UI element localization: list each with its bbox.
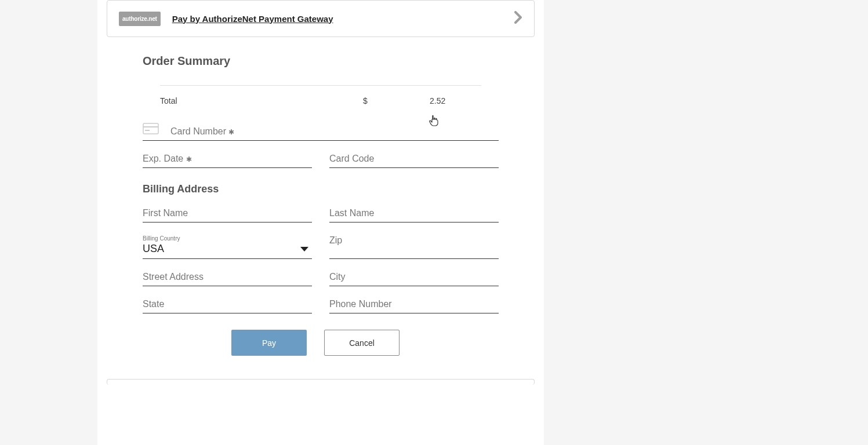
payment-gateway-panel[interactable]: authorize.net Pay by AuthorizeNet Paymen… [107,0,535,37]
svg-rect-0 [143,123,158,134]
content-area: Order Summary Total $ 2.52 Card Number ✱ [97,37,544,367]
street-address-label: Street Address [143,272,312,283]
gateway-title: Pay by AuthorizeNet Payment Gateway [172,14,333,24]
summary-total-row: Total $ 2.52 [160,96,481,105]
card-code-label: Card Code [329,154,499,165]
svg-rect-2 [145,130,150,131]
order-summary-heading: Order Summary [143,54,499,68]
zip-field[interactable]: Zip [329,235,499,259]
button-row: Pay Cancel [143,330,499,356]
first-name-label: First Name [143,208,312,220]
phone-number-label: Phone Number [329,299,499,311]
gateway-panel-left: authorize.net Pay by AuthorizeNet Paymen… [119,12,333,26]
required-mark: ✱ [186,155,192,163]
last-name-label: Last Name [329,208,499,220]
required-mark: ✱ [228,128,234,136]
state-field[interactable]: State [143,299,312,313]
total-amount: 2.52 [430,96,481,105]
dropdown-arrow-icon [300,243,308,254]
last-name-field[interactable]: Last Name [329,208,499,222]
summary-divider [160,85,481,86]
city-label: City [329,272,499,283]
billing-country-select[interactable]: Billing Country USA [143,235,312,259]
state-label: State [143,299,312,311]
phone-number-field[interactable]: Phone Number [329,299,499,313]
zip-label: Zip [329,235,499,247]
street-address-field[interactable]: Street Address [143,272,312,286]
chevron-right-icon [514,11,522,26]
total-label: Total [160,96,363,105]
checkout-page: authorize.net Pay by AuthorizeNet Paymen… [97,0,544,445]
total-currency: $ [363,96,430,105]
cancel-button[interactable]: Cancel [324,330,400,356]
authorizenet-badge: authorize.net [119,12,161,26]
card-number-label: Card Number ✱ [170,126,499,138]
card-number-field[interactable]: Card Number ✱ [143,123,499,141]
next-panel-peek [107,379,535,385]
first-name-field[interactable]: First Name [143,208,312,222]
credit-card-icon [143,123,159,137]
city-field[interactable]: City [329,272,499,286]
exp-date-label: Exp. Date ✱ [143,154,312,165]
order-summary-table: Total $ 2.52 [160,85,481,105]
billing-address-heading: Billing Address [143,183,499,195]
pay-button[interactable]: Pay [231,330,307,356]
exp-date-field[interactable]: Exp. Date ✱ [143,154,312,168]
billing-country-value: USA [143,242,180,256]
card-code-field[interactable]: Card Code [329,154,499,168]
billing-country-label: Billing Country [143,235,180,242]
